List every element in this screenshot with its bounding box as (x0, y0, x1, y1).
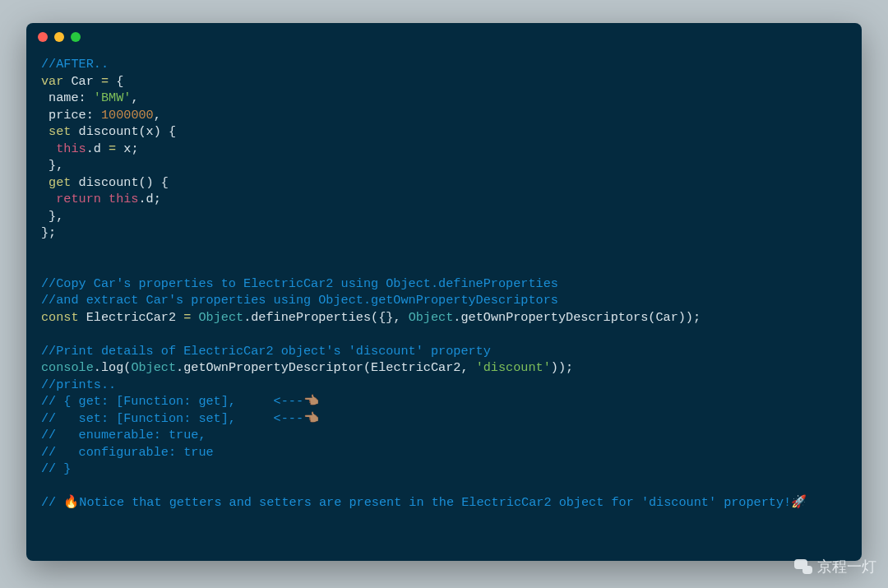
window-titlebar (26, 23, 862, 51)
code-number: 1000000 (101, 108, 154, 123)
watermark-text: 京程一灯 (817, 557, 876, 576)
close-icon[interactable] (38, 32, 48, 42)
wechat-icon (794, 559, 812, 574)
watermark: 京程一灯 (794, 557, 876, 576)
code-block: //AFTER.. var Car = { name: 'BMW', price… (26, 51, 862, 526)
code-window: //AFTER.. var Car = { name: 'BMW', price… (26, 23, 862, 561)
maximize-icon[interactable] (71, 32, 81, 42)
code-comment: //AFTER.. (41, 57, 109, 72)
minimize-icon[interactable] (54, 32, 64, 42)
code-this: this (56, 141, 86, 156)
code-keyword: var (41, 74, 63, 89)
code-string: 'BMW' (94, 90, 132, 105)
